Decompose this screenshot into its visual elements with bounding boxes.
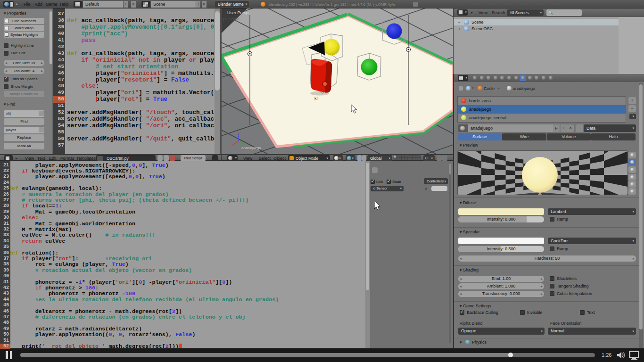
- svg-text:(1) Scene: (1) Scene: [223, 17, 239, 21]
- svg-text:User Persp: User Persp: [227, 10, 248, 15]
- svg-text:anadejuego: anadejuego: [241, 146, 261, 150]
- svg-text:kr: kr: [314, 96, 318, 101]
